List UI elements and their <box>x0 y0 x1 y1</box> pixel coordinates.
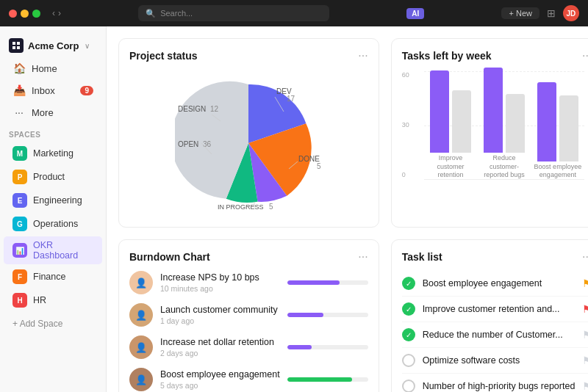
task-check-1[interactable]: ✓ <box>402 302 415 316</box>
space-label-okr: OKR Dashboard <box>33 240 93 261</box>
new-button[interactable]: + New <box>501 7 539 19</box>
burndown-avatar-0: 👤 <box>129 271 153 294</box>
space-label-product: Product <box>33 172 65 182</box>
burndown-name-3: Boost employee engagement <box>160 369 280 380</box>
burndown-item-2: 👤 Increase net dollar retention 2 days a… <box>129 335 368 359</box>
space-dot-engineering: E <box>12 193 27 208</box>
task-item-3[interactable]: Optimize software costs ⚑ <box>402 348 588 374</box>
task-name-4: Number of high-priority bugs reported <box>423 381 576 391</box>
y-label-30: 30 <box>402 121 409 128</box>
grid-icon[interactable]: ⊞ <box>547 7 556 19</box>
workspace-header[interactable]: Acme Corp ∨ <box>0 34 106 57</box>
main-content: Project status ··· <box>107 26 588 392</box>
burndown-header: Burndown Chart ··· <box>129 250 368 264</box>
search-bar[interactable]: 🔍 Search... <box>138 5 329 21</box>
svg-text:5: 5 <box>317 162 321 170</box>
project-status-card: Project status ··· <box>118 38 379 228</box>
spaces-section-label: Spaces <box>0 123 106 142</box>
task-list: ✓ Boost employee engagement ⚑ ✓ Improve … <box>402 271 588 392</box>
forward-arrow[interactable]: › <box>58 8 61 18</box>
burndown-bar-fill-3 <box>287 377 352 382</box>
space-item-marketing[interactable]: M Marketing <box>4 142 102 164</box>
burndown-name-1: Launch customer community <box>160 305 280 315</box>
back-arrow[interactable]: ‹ <box>52 8 55 18</box>
inbox-badge: 9 <box>80 86 93 95</box>
space-item-engineering[interactable]: E Engineering <box>4 189 102 211</box>
space-dot-okr: 📊 <box>12 243 27 258</box>
bar-label-2: Reduce customer-reported bugs <box>478 154 530 180</box>
task-check-2[interactable]: ✓ <box>402 328 415 341</box>
search-placeholder: Search... <box>160 9 193 18</box>
bar-group-1: Improve customer retention <box>425 70 476 180</box>
burndown-time-1: 1 day ago <box>160 316 280 325</box>
task-check-0[interactable]: ✓ <box>402 277 415 290</box>
space-item-okr-dashboard[interactable]: 📊 OKR Dashboard <box>4 236 102 264</box>
ai-badge[interactable]: AI <box>406 8 424 19</box>
bar-group-3: Boost employee engagement <box>532 82 584 180</box>
maximize-btn[interactable] <box>32 10 40 18</box>
task-list-menu[interactable]: ··· <box>582 250 588 264</box>
project-status-menu[interactable]: ··· <box>358 49 368 62</box>
space-dot-finance: F <box>12 269 27 284</box>
bar-pair-2 <box>484 68 525 153</box>
titlebar: ‹ › 🔍 Search... AI + New ⊞ JD <box>0 0 588 26</box>
burndown-title: Burndown Chart <box>129 251 210 263</box>
workspace-name: Acme Corp <box>28 40 79 51</box>
task-flag-1: ⚑ <box>582 303 588 315</box>
task-item-0[interactable]: ✓ Boost employee engagement ⚑ <box>402 271 588 297</box>
workspace-icon <box>9 38 24 53</box>
close-btn[interactable] <box>9 10 17 18</box>
task-flag-0: ⚑ <box>582 277 588 289</box>
nav-label-inbox: Inbox <box>32 85 74 96</box>
nav-item-more[interactable]: ··· More <box>4 102 102 123</box>
bar-purple-1 <box>430 70 449 153</box>
bar-group-2: Reduce customer-reported bugs <box>478 68 530 180</box>
task-item-2[interactable]: ✓ Reduce the number of Customer... ⚑ <box>402 322 588 348</box>
task-item-4[interactable]: Number of high-priority bugs reported ⚑ <box>402 374 588 392</box>
svg-text:17: 17 <box>287 95 295 103</box>
y-axis: 60 30 0 <box>402 70 409 180</box>
search-icon: 🔍 <box>146 9 156 18</box>
bars-container: Improve customer retention Reduce custom… <box>424 70 585 180</box>
space-dot-operations: G <box>12 217 27 231</box>
tasks-menu[interactable]: ··· <box>582 49 588 62</box>
window-controls <box>9 10 40 18</box>
nav-label-more: More <box>32 107 93 118</box>
space-label-operations: Operations <box>33 219 78 229</box>
burndown-info-0: Increase NPS by 10 bps 10 minutes ago <box>160 272 280 293</box>
task-name-0: Boost employee engagement <box>423 278 576 288</box>
bar-gray-3 <box>559 95 578 161</box>
pie-chart-svg: DEV 17 DONE 5 IN PROGRESS 5 OPEN 36 DESI… <box>175 73 322 213</box>
workspace-chevron: ∨ <box>85 42 90 50</box>
nav-item-inbox[interactable]: 📥 Inbox 9 <box>4 80 102 101</box>
task-list-card: Task list ··· ✓ Boost employee engagemen… <box>391 239 588 392</box>
burndown-avatar-3: 👤 <box>129 368 153 391</box>
pie-chart-container: DEV 17 DONE 5 IN PROGRESS 5 OPEN 36 DESI… <box>129 70 368 217</box>
task-item-1[interactable]: ✓ Improve customer retention and... ⚑ <box>402 297 588 322</box>
space-item-finance[interactable]: F Finance <box>4 266 102 288</box>
bar-purple-3 <box>537 82 556 161</box>
burndown-item-0: 👤 Increase NPS by 10 bps 10 minutes ago <box>129 271 368 294</box>
avatar[interactable]: JD <box>563 5 579 21</box>
task-check-4[interactable] <box>402 380 415 392</box>
task-flag-3: ⚑ <box>582 355 588 366</box>
space-dot-hr: H <box>12 293 27 308</box>
bar-gray-1 <box>452 90 471 153</box>
burndown-item-3: 👤 Boost employee engagement 5 days ago <box>129 368 368 391</box>
task-flag-2: ⚑ <box>582 329 588 341</box>
burndown-menu[interactable]: ··· <box>358 250 368 264</box>
task-name-2: Reduce the number of Customer... <box>423 330 576 340</box>
burndown-info-1: Launch customer community 1 day ago <box>160 305 280 325</box>
nav-item-home[interactable]: 🏠 Home <box>4 58 102 79</box>
task-list-header: Task list ··· <box>402 250 588 264</box>
space-item-operations[interactable]: G Operations <box>4 213 102 235</box>
space-item-product[interactable]: P Product <box>4 166 102 188</box>
svg-text:12: 12 <box>210 105 219 113</box>
add-space-button[interactable]: + Add Space <box>4 315 102 333</box>
space-item-hr[interactable]: H HR <box>4 289 102 311</box>
more-icon: ··· <box>12 106 26 118</box>
minimize-btn[interactable] <box>21 10 29 18</box>
home-icon: 🏠 <box>12 62 26 74</box>
svg-text:5: 5 <box>269 203 273 211</box>
task-check-3[interactable] <box>402 354 415 367</box>
